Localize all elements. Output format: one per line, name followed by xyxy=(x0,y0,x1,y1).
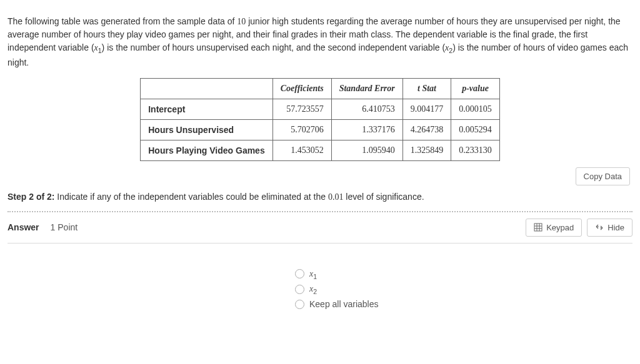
cell-se: 1.095940 xyxy=(331,140,402,160)
step-prefix: Step 2 of 2: xyxy=(8,192,54,202)
option-label: x1 xyxy=(309,268,317,280)
hide-label: Hide xyxy=(608,223,624,232)
row-label: Hours Unsupervised xyxy=(141,119,272,140)
regression-table-wrap: Coefficients Standard Error t Stat p-val… xyxy=(8,78,632,161)
header-t: t Stat xyxy=(402,78,451,99)
answer-label: Answer xyxy=(8,222,39,232)
hide-button[interactable]: Hide xyxy=(587,219,632,237)
cell-p: 0.000105 xyxy=(451,99,500,119)
keypad-button[interactable]: Keypad xyxy=(526,219,582,237)
keypad-icon xyxy=(534,223,542,232)
cell-coef: 5.702706 xyxy=(272,119,331,140)
answer-bar: Answer 1 Point Keypad Hide xyxy=(8,212,632,243)
cell-t: 1.325849 xyxy=(402,140,451,160)
answer-left: Answer 1 Point xyxy=(8,222,78,232)
header-blank xyxy=(141,78,272,99)
cell-p: 0.233130 xyxy=(451,140,500,160)
option-label: Keep all variables xyxy=(309,299,379,309)
step-text-1: Indicate if any of the independent varia… xyxy=(54,192,328,202)
option-x2[interactable]: x2 xyxy=(295,283,632,295)
cell-p: 0.005294 xyxy=(451,119,500,140)
copy-data-button[interactable]: Copy Data xyxy=(576,167,630,185)
answer-points: 1 Point xyxy=(51,222,78,232)
step-text-2: level of significance. xyxy=(343,192,424,202)
question-intro: The following table was generated from t… xyxy=(8,15,632,69)
option-label: x2 xyxy=(309,283,317,295)
intro-text: The following table was generated from t… xyxy=(8,16,237,26)
separator-solid xyxy=(8,243,632,243)
copy-data-row: Copy Data xyxy=(8,167,630,185)
option-x1[interactable]: x1 xyxy=(295,268,632,280)
intro-text-3: ) is the number of hours unsupervised ea… xyxy=(102,42,445,52)
cell-coef: 1.453052 xyxy=(272,140,331,160)
header-se: Standard Error xyxy=(331,78,402,99)
option-keep-all[interactable]: Keep all variables xyxy=(295,299,632,309)
radio-icon xyxy=(295,269,304,278)
step-instruction: Step 2 of 2: Indicate if any of the inde… xyxy=(8,192,632,202)
table-row: Hours Unsupervised 5.702706 1.337176 4.2… xyxy=(141,119,500,140)
step-alpha: 0.01 xyxy=(328,192,344,202)
header-p: p-value xyxy=(451,78,500,99)
keypad-label: Keypad xyxy=(546,223,574,232)
cell-t: 9.004177 xyxy=(402,99,451,119)
cell-t: 4.264738 xyxy=(402,119,451,140)
header-coef: Coefficients xyxy=(272,78,331,99)
svg-rect-0 xyxy=(534,224,542,231)
cell-coef: 57.723557 xyxy=(272,99,331,119)
intro-n10: 10 xyxy=(237,17,246,26)
radio-icon xyxy=(295,285,304,294)
answer-right: Keypad Hide xyxy=(526,219,632,237)
cell-se: 1.337176 xyxy=(331,119,402,140)
row-label: Hours Playing Video Games xyxy=(141,140,272,160)
radio-icon xyxy=(295,300,304,309)
cell-se: 6.410753 xyxy=(331,99,402,119)
answer-options: x1 x2 Keep all variables xyxy=(295,268,632,310)
question-container: The following table was generated from t… xyxy=(0,0,640,325)
regression-table: Coefficients Standard Error t Stat p-val… xyxy=(140,78,500,161)
copy-data-label: Copy Data xyxy=(584,172,622,181)
table-header-row: Coefficients Standard Error t Stat p-val… xyxy=(141,78,500,99)
table-row: Hours Playing Video Games 1.453052 1.095… xyxy=(141,140,500,160)
row-label: Intercept xyxy=(141,99,272,119)
collapse-icon xyxy=(595,223,604,232)
table-row: Intercept 57.723557 6.410753 9.004177 0.… xyxy=(141,99,500,119)
